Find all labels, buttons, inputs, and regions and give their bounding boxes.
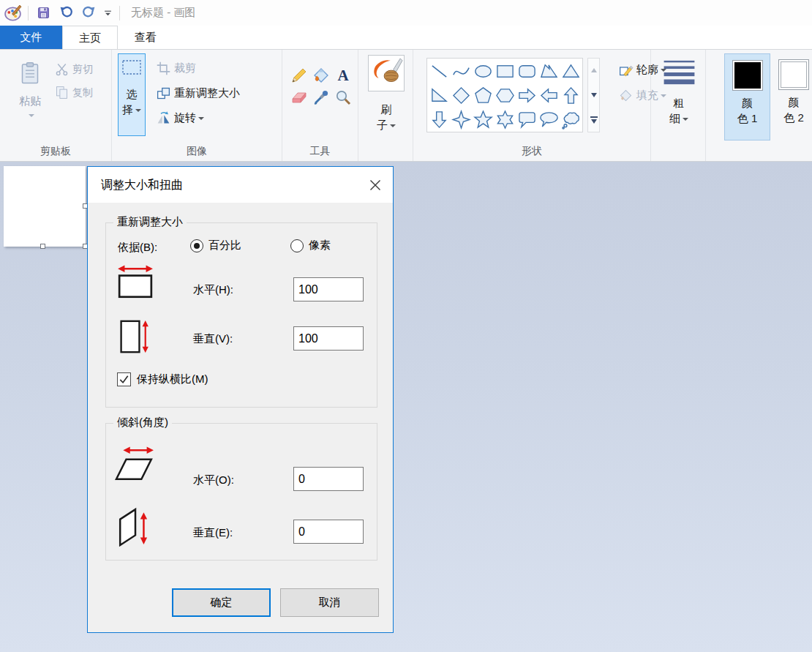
shapes-more-button[interactable] (588, 111, 599, 129)
select-label-line2: 择 (122, 103, 133, 116)
shapes-scrollbar (587, 58, 600, 132)
copy-pages-icon (54, 85, 69, 100)
resize-label: 重新调整大小 (174, 86, 240, 100)
resize-vertical-input[interactable] (293, 326, 364, 351)
brushes-label-line1: 刷 (381, 103, 392, 116)
keep-aspect-checkbox-row[interactable]: 保持纵横比(M) (117, 372, 208, 386)
skew-horizontal-input[interactable] (293, 467, 364, 491)
triangle-up-icon (591, 68, 597, 72)
arrow-up-icon[interactable] (560, 83, 582, 108)
skew-vertical-input[interactable] (293, 520, 364, 544)
radio-pixels-circle[interactable] (290, 239, 304, 252)
right-triangle-icon[interactable] (428, 83, 450, 108)
color1-label-line2: 色 1 (737, 112, 758, 124)
text-icon[interactable]: A (334, 67, 352, 84)
cut-button[interactable]: 剪切 (54, 61, 93, 77)
star6-icon[interactable] (494, 108, 516, 132)
triangle-down-icon (591, 119, 597, 124)
color1-swatch (734, 62, 761, 89)
cancel-button[interactable]: 取消 (280, 588, 379, 617)
keep-aspect-checkbox[interactable] (117, 372, 131, 386)
picker-icon[interactable] (312, 89, 330, 106)
rounded-rectangle-icon[interactable] (516, 59, 538, 83)
fill-icon[interactable] (312, 67, 330, 84)
paste-clipboard-icon (17, 57, 43, 89)
line-icon[interactable] (428, 59, 450, 83)
curve-icon[interactable] (450, 59, 472, 83)
resize-horizontal-input[interactable] (293, 277, 364, 301)
by-label: 依据(B): (118, 241, 157, 255)
resize-groupbox: 重新调整大小 依据(B): 百分比 像素 水平(H): 垂直(V): (105, 222, 377, 408)
copy-button[interactable]: 复制 (54, 85, 93, 100)
skew-horizontal-label: 水平(O): (193, 473, 234, 487)
pentagon-icon[interactable] (472, 83, 494, 108)
undo-icon[interactable] (59, 5, 74, 20)
canvas-resize-handle-bottom[interactable] (40, 244, 45, 249)
crop-icon (156, 61, 171, 76)
crop-button[interactable]: 裁剪 (156, 61, 196, 76)
ribbon-tabs: 文件 主页 查看 (0, 26, 812, 50)
rectangle-icon[interactable] (494, 59, 516, 83)
arrow-right-icon[interactable] (516, 83, 538, 108)
group-tools: A 工具 (282, 50, 358, 161)
rotate-icon (156, 110, 171, 126)
select-button[interactable]: 选 择 (118, 53, 146, 136)
radio-pixels[interactable]: 像素 (290, 239, 331, 252)
ok-button[interactable]: 确定 (172, 588, 271, 617)
tab-view[interactable]: 查看 (118, 26, 173, 49)
image-group-label: 图像 (112, 145, 282, 158)
magnifier-icon[interactable] (334, 89, 352, 106)
shapes-scroll-up-button[interactable] (588, 61, 599, 79)
close-icon[interactable] (366, 176, 384, 194)
arrow-left-icon[interactable] (538, 83, 560, 108)
shapes-scroll-down-button[interactable] (588, 86, 599, 104)
hexagon-icon[interactable] (494, 83, 516, 108)
triangle-icon[interactable] (560, 59, 582, 83)
callout-oval-icon[interactable] (538, 108, 560, 132)
resize-button[interactable]: 重新调整大小 (156, 86, 240, 101)
paste-button[interactable]: 粘贴 (7, 54, 53, 140)
star5-icon[interactable] (472, 108, 494, 132)
selection-rectangle-icon (121, 59, 143, 76)
brushes-dropdown-caret (390, 124, 396, 127)
paste-dropdown-caret (29, 114, 34, 117)
diamond-icon[interactable] (450, 83, 472, 108)
select-dropdown-caret (135, 109, 141, 112)
resize-horizontal-label: 水平(H): (193, 283, 233, 297)
radio-percent-circle[interactable] (190, 239, 203, 252)
redo-icon[interactable] (81, 5, 97, 20)
cut-label: 剪切 (72, 63, 93, 76)
size-button[interactable]: 粗 细 (660, 57, 698, 126)
drawing-canvas[interactable] (4, 166, 86, 247)
fill-bucket-icon (618, 88, 634, 103)
color1-button[interactable]: 颜 色 1 (724, 53, 770, 140)
eraser-icon[interactable] (290, 89, 308, 106)
polygon-icon[interactable] (538, 59, 560, 83)
color2-button[interactable]: 颜 色 2 (775, 53, 812, 140)
crop-label: 裁剪 (174, 61, 196, 75)
clipboard-group-label: 剪贴板 (0, 145, 111, 158)
ribbon: 粘贴 剪切 复制 剪贴板 选 择 裁剪 (0, 50, 812, 162)
resize-skew-dialog: 调整大小和扭曲 重新调整大小 依据(B): 百分比 像素 水平(H): (87, 166, 394, 633)
callout-cloud-icon[interactable] (560, 108, 582, 132)
ellipse-icon[interactable] (472, 59, 494, 83)
callout-rounded-icon[interactable] (516, 108, 538, 132)
pencil-icon[interactable] (290, 67, 308, 84)
tab-file[interactable]: 文件 (0, 26, 62, 49)
star4-icon[interactable] (450, 108, 472, 132)
rotate-dropdown-caret (198, 117, 204, 120)
tools-grid: A (288, 64, 356, 108)
group-brushes: 刷 子 (358, 50, 413, 161)
brushes-button[interactable]: 刷 子 (367, 55, 405, 132)
group-clipboard: 粘贴 剪切 复制 剪贴板 (0, 50, 112, 161)
rotate-label: 旋转 (174, 111, 196, 125)
rotate-button[interactable]: 旋转 (156, 110, 204, 126)
save-icon[interactable] (36, 5, 51, 20)
paint-window: 无标题 - 画图 文件 主页 查看 粘贴 剪切 复制 剪贴板 (0, 0, 812, 652)
keep-aspect-label: 保持纵横比(M) (137, 372, 208, 386)
arrow-down-icon[interactable] (428, 108, 450, 132)
qat-dropdown-icon[interactable] (102, 7, 113, 18)
radio-percent[interactable]: 百分比 (190, 239, 241, 252)
tab-home[interactable]: 主页 (62, 26, 118, 49)
titlebar: 无标题 - 画图 (0, 0, 812, 26)
